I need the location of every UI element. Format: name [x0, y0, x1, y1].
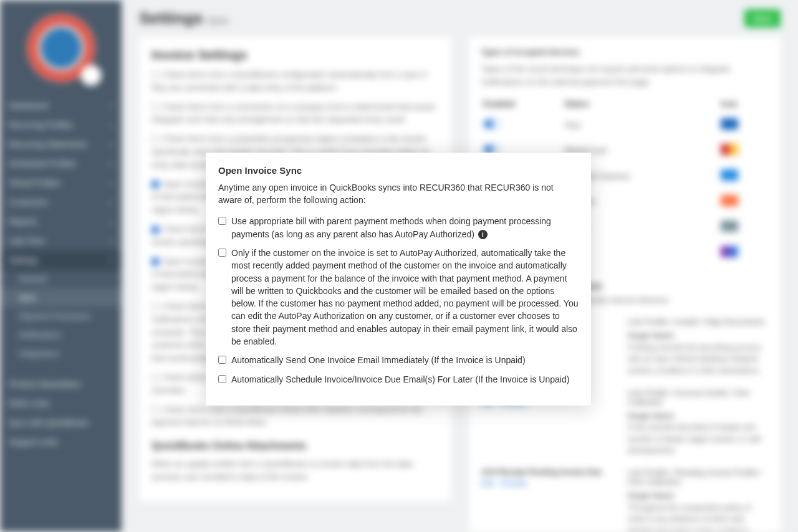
nav-late-fees[interactable]: Late Fees▸: [0, 231, 122, 250]
nav-recurring-profiles[interactable]: Recurring Profiles▸: [0, 115, 122, 135]
page-title: Settings Sync: [139, 9, 228, 28]
checkbox-icon[interactable]: [151, 258, 159, 265]
checkbox-icon[interactable]: [151, 103, 159, 111]
option-autopay-authorized: Only if the customer on the invoice is s…: [218, 247, 579, 348]
option-parent-payment-methods: Use appropriate bill with parent payment…: [218, 215, 579, 240]
nav-customers[interactable]: Customers▸: [0, 192, 122, 212]
sidebar: Dashboard▸ Recurring Profiles▸ Recurring…: [0, 0, 122, 532]
logo-wrap: [0, 6, 122, 96]
label-parent-payment: Use appropriate bill with parent payment…: [231, 215, 579, 240]
nav-virtual-profiles[interactable]: Virtual Profiles▸: [0, 173, 122, 192]
option-send-immediately: Automatically Send One Invoice Email Imm…: [218, 354, 579, 366]
nav-settings[interactable]: Settings▾: [0, 250, 122, 270]
nav-support-links[interactable]: Support Links: [0, 432, 122, 452]
preview-link[interactable]: Preview: [500, 479, 527, 488]
checkbox-icon[interactable]: [151, 72, 159, 79]
checkbox-autopay[interactable]: [218, 249, 226, 257]
checkbox-icon[interactable]: [151, 406, 159, 414]
card-badge-icon: [721, 221, 738, 232]
checkbox-icon[interactable]: [151, 374, 159, 382]
card-badge-icon: [721, 144, 738, 155]
checkbox-icon[interactable]: [151, 226, 159, 234]
table-row: Visa: [481, 112, 769, 138]
nav-settings-notifications[interactable]: Notifications: [0, 326, 122, 344]
nav-refer-links[interactable]: Refer Links: [0, 394, 122, 413]
nav-sync-quickbooks[interactable]: Sync with QuickBooks: [0, 413, 122, 432]
nav-product-newsletters[interactable]: Product Newsletters: [0, 374, 122, 394]
checkbox-send-immediately[interactable]: [218, 356, 226, 364]
app-logo: [27, 14, 95, 82]
invoice-settings-title: Invoice Settings: [151, 48, 439, 62]
nav-dashboard[interactable]: Dashboard▸: [0, 96, 122, 115]
checkbox-schedule-later[interactable]: [218, 375, 226, 383]
nav-settings-sync[interactable]: Sync: [0, 288, 122, 307]
card-badge-icon: [721, 195, 738, 206]
nav-settings-general[interactable]: General: [0, 270, 122, 288]
checkbox-icon[interactable]: [151, 303, 159, 311]
toggle-switch[interactable]: [484, 120, 500, 128]
card-badge-icon: [721, 118, 738, 130]
nav-settings-integrations[interactable]: Integrations: [0, 344, 122, 363]
checkbox-parent-payment[interactable]: [218, 217, 226, 225]
main-header: Settings Sync Save: [139, 9, 781, 28]
label-autopay: Only if the customer on the invoice is s…: [231, 247, 579, 348]
open-invoice-sync-modal: Open Invoice Sync Anytime any open invoi…: [206, 153, 591, 406]
label-send-immediately: Automatically Send One Invoice Email Imm…: [231, 354, 579, 366]
nav-scheduled-profiles[interactable]: Scheduled Profiles▸: [0, 154, 122, 173]
modal-lead: Anytime any open invoice in QuickBooks s…: [218, 181, 579, 207]
nav-list: Dashboard▸ Recurring Profiles▸ Recurring…: [0, 96, 122, 452]
card-badge-icon: [721, 169, 738, 181]
modal-title: Open Invoice Sync: [218, 164, 579, 178]
label-schedule-later: Automatically Schedule Invoice/Invoice D…: [231, 373, 579, 386]
edit-link[interactable]: Edit: [481, 479, 494, 488]
card-badge-icon: [721, 246, 738, 257]
nav-reports[interactable]: Reports▸: [0, 212, 122, 231]
checkbox-icon[interactable]: [151, 181, 159, 188]
nav-settings-payment-processors[interactable]: Payment Processors: [0, 307, 122, 326]
checkbox-icon[interactable]: [151, 136, 159, 143]
qb-attachments-title: QuickBooks Online Attachments: [151, 440, 439, 452]
info-icon[interactable]: i: [478, 230, 488, 239]
save-button[interactable]: Save: [744, 9, 781, 27]
option-schedule-later: Automatically Schedule Invoice/Invoice D…: [218, 373, 579, 386]
nav-recurring-statements[interactable]: Recurring Statements▸: [0, 135, 122, 154]
